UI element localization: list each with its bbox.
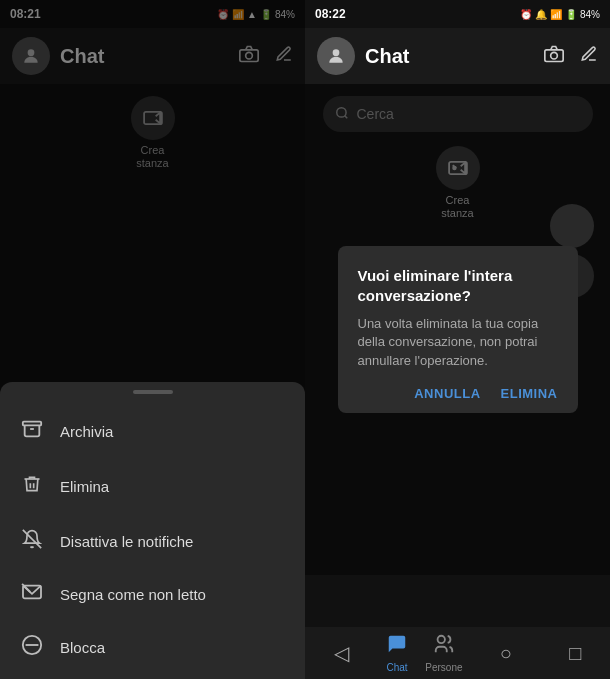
right-header: Chat [305,28,610,84]
sheet-item-segna[interactable]: Segna come non letto [0,569,305,620]
right-avatar[interactable] [317,37,355,75]
right-header-title: Chat [365,45,534,68]
archivia-icon [20,418,44,445]
dialog-cancel-btn[interactable]: ANNULLA [414,386,480,401]
right-bottom-nav: ◁ Chat Persone ○ □ [305,627,610,679]
blocca-label: Blocca [60,639,105,656]
right-status-icons: ⏰ 🔔 📶 🔋 84% [520,9,600,20]
sheet-handle [133,390,173,394]
svg-point-10 [333,49,340,56]
people-tab-label: Persone [425,662,462,673]
blocca-icon [20,634,44,661]
dialog-actions: ANNULLA ELIMINA [358,386,558,401]
bottom-sheet: Archivia Elimina [0,382,305,679]
chat-tab-label: Chat [386,662,407,673]
right-signal-icon: 📶 [550,9,562,20]
svg-rect-4 [23,422,41,426]
dialog-overlay: Vuoi eliminare l'intera conversazione? U… [305,84,610,575]
right-panel: 08:22 ⏰ 🔔 📶 🔋 84% Chat [305,0,610,679]
disattiva-icon [20,528,44,555]
right-notif-icon: 🔔 [535,9,547,20]
tab-people[interactable]: Persone [425,633,462,673]
sheet-item-blocca[interactable]: Blocca [0,620,305,675]
back-btn-right[interactable]: ◁ [314,633,369,673]
home-btn-right[interactable]: ○ [480,634,532,673]
elimina-label: Elimina [60,478,109,495]
sheet-item-archivia[interactable]: Archivia [0,404,305,459]
disattiva-label: Disattiva le notifiche [60,533,193,550]
right-battery-percent: 84% [580,9,600,20]
right-chat-content: Cerca Creastanza Vuoi eli [305,84,610,627]
people-tab-icon [433,633,455,660]
right-status-bar: 08:22 ⏰ 🔔 📶 🔋 84% [305,0,610,28]
chat-tab-icon [386,633,408,660]
segna-icon [20,583,44,606]
delete-dialog: Vuoi eliminare l'intera conversazione? U… [338,246,578,413]
tab-chat[interactable]: Chat [386,633,408,673]
dialog-body: Una volta eliminata la tua copia della c… [358,315,558,370]
segna-label: Segna come non letto [60,586,206,603]
right-battery-icon: 🔋 [565,9,577,20]
recents-btn-right[interactable]: □ [549,634,601,673]
elimina-icon [20,473,44,500]
right-time: 08:22 [315,7,346,21]
archivia-label: Archivia [60,423,113,440]
right-alarm-icon: ⏰ [520,9,532,20]
svg-point-12 [551,52,558,59]
left-panel: 08:21 ⏰ 📶 ▲ 🔋 84% Chat [0,0,305,679]
sheet-item-elimina[interactable]: Elimina [0,459,305,514]
right-edit-icon[interactable] [580,45,598,68]
svg-point-18 [437,636,444,643]
dialog-confirm-btn[interactable]: ELIMINA [501,386,558,401]
sheet-item-disattiva[interactable]: Disattiva le notifiche [0,514,305,569]
right-header-icons [544,45,598,68]
dialog-title: Vuoi eliminare l'intera conversazione? [358,266,558,305]
bottom-sheet-overlay[interactable]: Archivia Elimina [0,0,305,679]
right-camera-icon[interactable] [544,45,564,68]
svg-line-5 [23,530,41,548]
